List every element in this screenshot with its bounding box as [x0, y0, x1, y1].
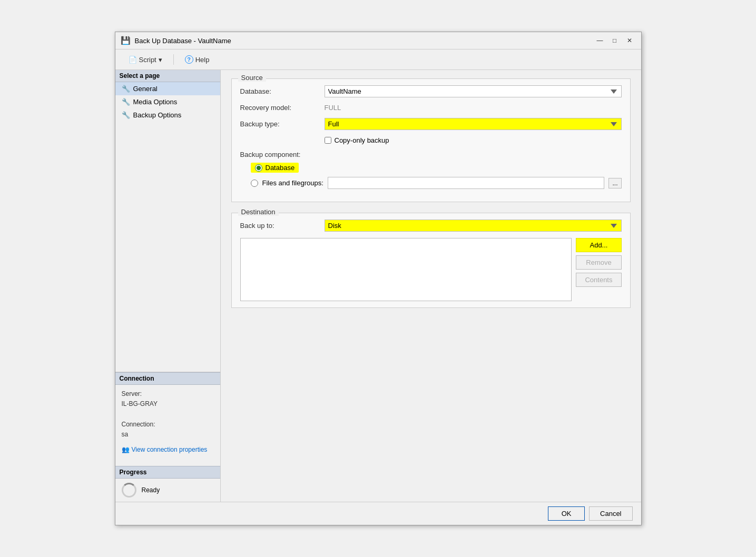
copy-only-checkbox[interactable] — [325, 137, 331, 144]
recovery-model-control: FULL — [325, 104, 622, 112]
connection-icon: 👥 — [122, 446, 130, 453]
destination-section: Destination Back up to: Disk URL Tape — [231, 213, 631, 308]
script-label: Script — [139, 56, 156, 64]
sidebar-wrapper: Select a page 🔧 General 🔧 Media Options … — [115, 70, 220, 502]
footer: OK Cancel — [115, 502, 641, 525]
view-connection-label: View connection properties — [132, 446, 208, 453]
source-section: Source Database: VaultName Recovery mode… — [231, 78, 631, 202]
ok-button[interactable]: OK — [548, 506, 585, 521]
script-dropdown-icon: ▾ — [159, 56, 162, 64]
backup-list-area: Add... Remove Contents — [240, 238, 622, 301]
sidebar-bottom: Connection Server: IL-BG-GRAY Connection… — [115, 372, 220, 502]
database-label: Database: — [240, 87, 325, 95]
view-connection-properties-link[interactable]: 👥 View connection properties — [115, 444, 220, 455]
right-panel: Source Database: VaultName Recovery mode… — [221, 70, 641, 502]
title-bar: 💾 Back Up Database - VaultName — □ ✕ — [115, 32, 641, 49]
database-select[interactable]: VaultName — [325, 85, 622, 97]
destination-legend: Destination — [238, 208, 279, 216]
progress-spinner — [122, 483, 136, 498]
backup-to-select[interactable]: Disk URL Tape — [325, 220, 622, 232]
window-title: Back Up Database - VaultName — [135, 37, 231, 45]
backup-component-section: Backup component: Database Files and fil… — [240, 151, 622, 189]
database-radio-highlight: Database — [251, 163, 299, 173]
sidebar-label-general: General — [133, 85, 158, 93]
backup-type-row: Backup type: Full Differential Transacti… — [240, 118, 622, 130]
database-row: Database: VaultName — [240, 85, 622, 97]
server-value: IL-BG-GRAY — [122, 400, 158, 407]
main-content: Select a page 🔧 General 🔧 Media Options … — [115, 70, 641, 502]
files-browse-button[interactable]: ... — [608, 178, 621, 188]
files-radio-row: Files and filegroups: ... — [251, 177, 622, 189]
source-legend: Source — [238, 74, 266, 82]
sidebar-item-backup-options[interactable]: 🔧 Backup Options — [115, 108, 220, 122]
add-button[interactable]: Add... — [576, 238, 621, 252]
backup-to-row: Back up to: Disk URL Tape — [240, 220, 622, 232]
database-control: VaultName — [325, 85, 622, 97]
toolbar-separator — [173, 54, 174, 65]
connection-info: Server: IL-BG-GRAY Connection: sa — [115, 385, 220, 444]
sidebar: Select a page 🔧 General 🔧 Media Options … — [115, 70, 221, 502]
remove-button[interactable]: Remove — [576, 255, 621, 270]
wrench-icon-general: 🔧 — [122, 85, 130, 93]
backup-type-control: Full Differential Transaction Log — [325, 118, 622, 130]
connection-label-text: Connection: sa — [122, 420, 214, 440]
copy-only-label: Copy-only backup — [335, 136, 389, 144]
connection-label: Connection: — [122, 421, 155, 428]
close-button[interactable]: ✕ — [623, 35, 636, 46]
database-radio-label: Database — [266, 164, 295, 172]
backup-type-select[interactable]: Full Differential Transaction Log — [325, 118, 622, 130]
progress-header: Progress — [115, 466, 220, 479]
help-label: Help — [195, 56, 210, 64]
maximize-button[interactable]: □ — [608, 35, 621, 46]
title-bar-controls: — □ ✕ — [594, 35, 636, 46]
database-radio-row: Database — [251, 163, 622, 173]
sidebar-item-media-options[interactable]: 🔧 Media Options — [115, 95, 220, 108]
backup-list-buttons: Add... Remove Contents — [576, 238, 621, 301]
title-bar-left: 💾 Back Up Database - VaultName — [121, 36, 231, 45]
help-button[interactable]: ? Help — [180, 53, 214, 66]
progress-info: Ready — [115, 479, 220, 502]
script-button[interactable]: 📄 Script ▾ — [124, 53, 167, 66]
toolbar: 📄 Script ▾ ? Help — [115, 49, 641, 70]
wrench-icon-media: 🔧 — [122, 98, 130, 106]
connection-header: Connection — [115, 372, 220, 385]
server-label: Server: — [122, 390, 142, 397]
database-radio[interactable] — [255, 164, 262, 172]
wrench-icon-backup: 🔧 — [122, 111, 130, 119]
minimize-button[interactable]: — — [594, 35, 606, 46]
connection-value: sa — [122, 431, 129, 438]
main-window: 💾 Back Up Database - VaultName — □ ✕ 📄 S… — [115, 32, 642, 525]
contents-button[interactable]: Contents — [576, 273, 621, 287]
backup-to-label: Back up to: — [240, 222, 325, 230]
progress-status: Ready — [142, 486, 160, 494]
files-text-input[interactable] — [328, 177, 605, 189]
backup-list-box[interactable] — [240, 238, 572, 301]
sidebar-nav: Select a page 🔧 General 🔧 Media Options … — [115, 70, 220, 372]
script-icon: 📄 — [129, 56, 137, 64]
sidebar-label-backup-options: Backup Options — [133, 111, 182, 119]
recovery-model-row: Recovery model: FULL — [240, 104, 622, 112]
files-radio-label: Files and filegroups: — [262, 179, 323, 187]
backup-to-control: Disk URL Tape — [325, 220, 622, 232]
help-icon: ? — [185, 55, 193, 64]
backup-type-label: Backup type: — [240, 120, 325, 128]
server-label-text: Server: IL-BG-GRAY — [122, 389, 214, 409]
recovery-model-label: Recovery model: — [240, 104, 325, 112]
recovery-model-value: FULL — [325, 104, 341, 112]
cancel-button[interactable]: Cancel — [589, 506, 632, 521]
backup-component-label: Backup component: — [240, 151, 325, 158]
sidebar-item-general[interactable]: 🔧 General — [115, 82, 220, 95]
files-radio[interactable] — [251, 180, 258, 187]
sidebar-label-media-options: Media Options — [133, 98, 178, 106]
select-page-header: Select a page — [115, 70, 220, 82]
window-icon: 💾 — [121, 36, 131, 45]
copy-only-row: Copy-only backup — [325, 136, 622, 144]
